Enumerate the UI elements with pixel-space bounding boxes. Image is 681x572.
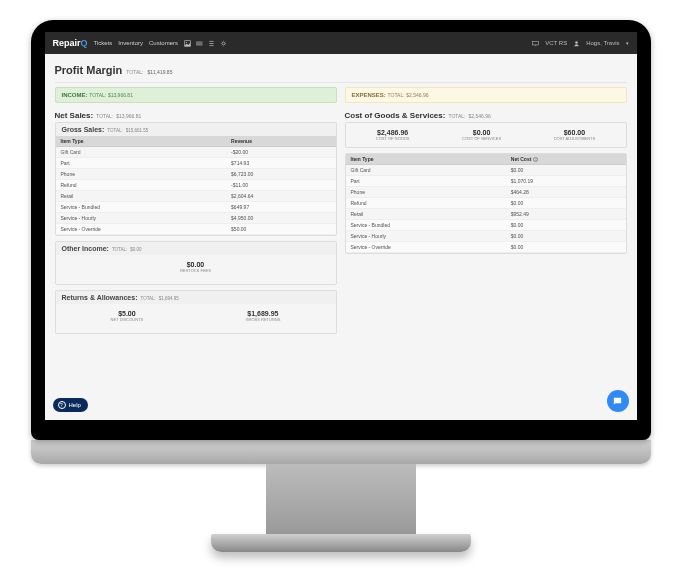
expenses-banner: EXPENSES: TOTAL: $2,546.96: [345, 87, 627, 103]
stat-block: $5.00NET DISCOUNTS: [111, 310, 144, 322]
table-row: Service - Override$50.00: [56, 224, 336, 235]
table-cell: Service - Hourly: [56, 213, 227, 224]
table-cell: -$20.00: [226, 147, 335, 158]
table-cell: Phone: [56, 169, 227, 180]
store-label[interactable]: VCT RS: [545, 40, 567, 46]
stat-block: $0.00RESTOCK FEES: [180, 261, 211, 273]
stat-label: RESTOCK FEES: [180, 268, 211, 273]
monitor-icon: [532, 40, 539, 47]
table-cell: -$11.00: [226, 180, 335, 191]
table-row: Refund-$11.00: [56, 180, 336, 191]
other-income-title: Other Income:: [62, 245, 109, 252]
col-item-type: Item Type: [56, 136, 227, 147]
table-cell: Service - Bundled: [346, 220, 506, 231]
image-icon[interactable]: [184, 40, 191, 47]
stat-block: $60.00COST ADJUSTMENTS: [554, 129, 596, 141]
svg-point-4: [575, 41, 578, 44]
nav-inventory[interactable]: Inventory: [118, 40, 143, 46]
gross-sales-title: Gross Sales:: [62, 126, 105, 133]
svg-rect-3: [533, 41, 539, 45]
table-cell: Service - Override: [346, 242, 506, 253]
table-row: Gift Card-$20.00: [56, 147, 336, 158]
table-cell: $0.00: [506, 165, 626, 176]
table-cell: Refund: [346, 198, 506, 209]
table-cell: $50.00: [226, 224, 335, 235]
gross-sales-table: Item Type Revenue Gift Card-$20.00Part$7…: [56, 136, 336, 235]
stat-label: COST OF SERVICES: [462, 136, 501, 141]
table-row: Refund$0.00: [346, 198, 626, 209]
barcode-icon[interactable]: [196, 40, 203, 47]
returns-title: Returns & Allowances:: [62, 294, 138, 301]
cogs-stats: $2,486.96COST OF GOODS$0.00COST OF SERVI…: [345, 122, 627, 148]
table-cell: $1,070.19: [506, 176, 626, 187]
table-cell: $2,604.64: [226, 191, 335, 202]
table-cell: $464.28: [506, 187, 626, 198]
info-icon[interactable]: i: [533, 157, 538, 162]
page-title: Profit Margin: [55, 64, 123, 76]
stat-label: GROSS RETURNS: [245, 317, 280, 322]
page-header: Profit Margin TOTAL: $11,419.85: [55, 60, 627, 83]
table-cell: $0.00: [506, 198, 626, 209]
table-row: Service - Hourly$0.00: [346, 231, 626, 242]
table-cell: $0.00: [506, 220, 626, 231]
user-name[interactable]: Hogs, Travis: [586, 40, 619, 46]
gear-icon[interactable]: [220, 40, 227, 47]
table-row: Service - Bundled$0.00: [346, 220, 626, 231]
chevron-down-icon[interactable]: ▾: [626, 40, 629, 46]
page-total-value: $11,419.85: [147, 69, 172, 75]
col-net-cost: Net Costi: [506, 154, 626, 165]
table-row: Service - Hourly$4,950.00: [56, 213, 336, 224]
stat-label: COST ADJUSTMENTS: [554, 136, 596, 141]
stat-block: $1,689.95GROSS RETURNS: [245, 310, 280, 322]
table-cell: Gift Card: [56, 147, 227, 158]
col-item-type: Item Type: [346, 154, 506, 165]
nav-tickets[interactable]: Tickets: [94, 40, 113, 46]
table-cell: Retail: [56, 191, 227, 202]
returns-panel: Returns & Allowances: TOTAL: $1,694.95 $…: [55, 290, 337, 334]
table-row: Phone$464.28: [346, 187, 626, 198]
stat-label: NET DISCOUNTS: [111, 317, 144, 322]
help-button[interactable]: ? Help: [53, 398, 88, 412]
nav-customers[interactable]: Customers: [149, 40, 178, 46]
table-row: Service - Bundled$649.97: [56, 202, 336, 213]
stat-value: $0.00: [462, 129, 501, 136]
stat-block: $2,486.96COST OF GOODS: [376, 129, 410, 141]
stat-value: $60.00: [554, 129, 596, 136]
table-row: Gift Card$0.00: [346, 165, 626, 176]
table-cell: $6,723.00: [226, 169, 335, 180]
table-cell: Service - Override: [56, 224, 227, 235]
table-cell: $649.97: [226, 202, 335, 213]
table-row: Retail$2,604.64: [56, 191, 336, 202]
table-row: Retail$952.49: [346, 209, 626, 220]
svg-point-1: [186, 41, 187, 42]
page-total-label: TOTAL:: [126, 69, 143, 75]
stat-label: COST OF GOODS: [376, 136, 410, 141]
table-cell: Refund: [56, 180, 227, 191]
table-row: Service - Override$0.00: [346, 242, 626, 253]
user-icon: [573, 40, 580, 47]
other-income-panel: Other Income: TOTAL: $0.00 $0.00RESTOCK …: [55, 241, 337, 285]
chat-icon: [612, 396, 623, 407]
app-logo: RepairQ: [53, 38, 88, 48]
table-cell: Service - Bundled: [56, 202, 227, 213]
income-banner: INCOME: TOTAL: $13,966.81: [55, 87, 337, 103]
table-cell: Retail: [346, 209, 506, 220]
cogs-table-panel: Item Type Net Costi Gift Card$0.00Part$1…: [345, 153, 627, 254]
chat-button[interactable]: [607, 390, 629, 412]
gross-sales-panel: Gross Sales: TOTAL: $15,661.55 Item Type…: [55, 122, 337, 236]
table-cell: Service - Hourly: [346, 231, 506, 242]
table-row: Part$1,070.19: [346, 176, 626, 187]
svg-point-2: [222, 42, 225, 45]
top-nav-bar: RepairQ Tickets Inventory Customers VCT …: [45, 32, 637, 54]
cogs-header: Cost of Goods & Services: TOTAL: $2,546.…: [345, 108, 627, 122]
list-icon[interactable]: [208, 40, 215, 47]
table-row: Part$714.93: [56, 158, 336, 169]
table-cell: Phone: [346, 187, 506, 198]
table-cell: $714.93: [226, 158, 335, 169]
table-row: Phone$6,723.00: [56, 169, 336, 180]
table-cell: $952.49: [506, 209, 626, 220]
table-cell: Gift Card: [346, 165, 506, 176]
table-cell: Part: [346, 176, 506, 187]
net-sales-header: Net Sales: TOTAL: $13,966.81: [55, 108, 337, 122]
cogs-table: Item Type Net Costi Gift Card$0.00Part$1…: [346, 154, 626, 253]
